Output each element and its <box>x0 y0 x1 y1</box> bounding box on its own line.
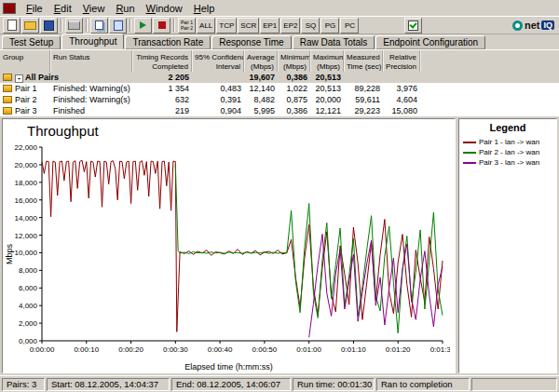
x-tick-label: 0:00:40 <box>208 345 233 354</box>
x-tick-label: 0:00:10 <box>74 345 99 354</box>
y-tick-label: 14,000 <box>15 214 38 223</box>
tab-raw-data-totals[interactable]: Raw Data Totals <box>293 35 375 49</box>
status-segment-end-time: End: 08.12.2005, 14:06:07 <box>171 378 291 391</box>
copy-button[interactable] <box>90 18 108 34</box>
legend-item: Pair 3 - lan -> wan <box>459 157 556 168</box>
protocol-button-pg[interactable]: PG <box>320 18 339 34</box>
paste-button[interactable] <box>109 18 127 34</box>
group-cell: -All Pairs <box>0 72 50 83</box>
pair-names-button[interactable]: Pair 1 Pair 2 <box>178 18 196 34</box>
x-tick-label: 0:00:20 <box>118 345 143 354</box>
pair-icon <box>3 85 12 92</box>
column-header-measured[interactable]: MeasuredTime (sec) <box>344 50 383 73</box>
run-icon <box>140 21 146 29</box>
minimum-cell: 0,386 <box>278 72 310 83</box>
table-row-pair-3[interactable]: Pair 3Finished2190,9045,9950,38612,12129… <box>0 105 559 116</box>
legend-label: Pair 2 - lan -> wan <box>479 148 539 156</box>
maximum-cell: 20,513 <box>310 83 344 94</box>
maximum-cell: 20,000 <box>310 94 344 105</box>
series-line-pair-2 <box>175 165 443 333</box>
status-bar: Pairs: 3Start: 08.12.2005, 14:04:37End: … <box>0 375 559 392</box>
protocol-button-all[interactable]: ALL <box>197 18 215 34</box>
stop-test-button[interactable] <box>153 18 170 34</box>
netiq-logo: net IQ <box>512 20 554 31</box>
y-tick-label: 16,000 <box>15 196 38 205</box>
column-header-average[interactable]: Average(Mbps) <box>244 50 278 73</box>
group-cell: Pair 1 <box>0 83 50 94</box>
app-icon[interactable] <box>3 3 16 14</box>
protocol-button-sq[interactable]: SQ <box>301 18 320 34</box>
print-button[interactable] <box>65 18 83 34</box>
table-row-all-pairs[interactable]: -All Pairs2 20519,6070,38620,513 <box>0 72 559 83</box>
protocol-button-ep1[interactable]: EP1 <box>260 18 280 34</box>
timing-records-cell: 2 205 <box>132 72 192 83</box>
y-tick-label: 8,000 <box>19 266 38 275</box>
precision-cell: 15,080 <box>383 105 420 116</box>
x-tick-label: 0:00:50 <box>252 345 278 354</box>
run-test-button[interactable] <box>134 18 152 34</box>
tab-response-time[interactable]: Response Time <box>211 35 291 49</box>
tab-throughput[interactable]: Throughput <box>61 34 124 49</box>
open-test-button[interactable] <box>21 18 39 34</box>
status-segment-run-time: Run time: 00:01:30 <box>293 378 375 391</box>
menu-item-window[interactable]: Window <box>141 2 188 15</box>
menu-item-run[interactable]: Run <box>110 2 140 15</box>
throughput-chart-svg: 0,0002,0004,0006,0008,00010,00012,00014,… <box>5 143 450 358</box>
protocol-button-pc[interactable]: PC <box>340 18 359 34</box>
y-tick-label: 2,000 <box>19 319 38 328</box>
menu-item-view[interactable]: View <box>77 2 111 15</box>
menu-bar: FileEditViewRunWindowHelp <box>0 0 559 17</box>
toolbar-separator <box>130 19 131 32</box>
tab-transaction-rate[interactable]: Transaction Rate <box>125 35 211 49</box>
table-row-pair-2[interactable]: Pair 2Finished: Warning(s)6320,3918,4820… <box>0 94 559 105</box>
measured-time-cell: 59,611 <box>344 94 383 105</box>
column-header-group[interactable]: Group <box>0 50 50 73</box>
menu-item-edit[interactable]: Edit <box>48 2 77 15</box>
tab-endpoint-configuration[interactable]: Endpoint Configuration <box>375 35 485 49</box>
table-body: -All Pairs2 20519,6070,38620,513Pair 1Fi… <box>0 72 559 116</box>
legend-title: Legend <box>459 119 556 137</box>
average-cell: 5,995 <box>244 105 278 116</box>
x-tick-label: 0:01:00 <box>296 345 321 354</box>
tab-test-setup[interactable]: Test Setup <box>2 35 61 49</box>
protocol-button-tcp[interactable]: TCP <box>216 18 237 34</box>
column-header-maximum[interactable]: Maximum(Mbps) <box>310 50 344 73</box>
average-cell: 19,607 <box>244 72 278 83</box>
legend-label: Pair 3 - lan -> wan <box>479 158 539 167</box>
confidence-interval-cell <box>192 72 244 83</box>
timing-records-cell: 1 354 <box>132 83 192 94</box>
column-header-run-status[interactable]: Run Status <box>50 50 132 73</box>
precision-cell: 4,604 <box>383 94 420 105</box>
table-row-pair-1[interactable]: Pair 1Finished: Warning(s)1 3540,48312,1… <box>0 83 559 94</box>
precision-cell <box>383 72 420 83</box>
tree-expander-icon[interactable]: - <box>15 74 23 83</box>
column-header-minimum[interactable]: Minimum(Mbps) <box>278 50 310 73</box>
new-test-button[interactable] <box>3 18 20 34</box>
column-header-relative[interactable]: RelativePrecision <box>383 50 420 73</box>
legend-item: Pair 2 - lan -> wan <box>459 147 556 157</box>
validate-button[interactable] <box>404 18 422 34</box>
minimum-cell: 0,875 <box>278 94 310 105</box>
new-document-icon <box>7 20 17 31</box>
main-area: Throughput Mbps 0,0002,0004,0006,0008,00… <box>0 116 559 375</box>
save-test-button[interactable] <box>40 18 58 34</box>
netiq-logo-net: net <box>525 20 540 31</box>
group-cell: Pair 2 <box>0 94 50 105</box>
menu-item-help[interactable]: Help <box>188 2 221 15</box>
paste-icon <box>114 20 123 31</box>
group-label: Pair 3 <box>15 106 37 115</box>
maximum-cell: 12,121 <box>310 105 344 116</box>
checkmark-icon <box>408 20 418 31</box>
column-header-95-confidence[interactable]: 95% ConfidenceInterval <box>192 50 244 73</box>
average-cell: 12,140 <box>244 83 278 94</box>
protocol-button-scr[interactable]: SCR <box>238 18 259 34</box>
menu-item-file[interactable]: File <box>20 2 48 15</box>
y-tick-label: 0,000 <box>19 337 38 345</box>
column-header-timing-records[interactable]: Timing RecordsCompleted <box>132 50 192 73</box>
protocol-button-ep2[interactable]: EP2 <box>280 18 300 34</box>
toolbar-separator <box>86 19 88 32</box>
confidence-interval-cell: 0,483 <box>192 83 244 94</box>
confidence-interval-cell: 0,391 <box>192 94 244 105</box>
open-folder-icon <box>24 21 36 30</box>
table-header: Group Run Status Timing RecordsCompleted… <box>0 49 559 74</box>
